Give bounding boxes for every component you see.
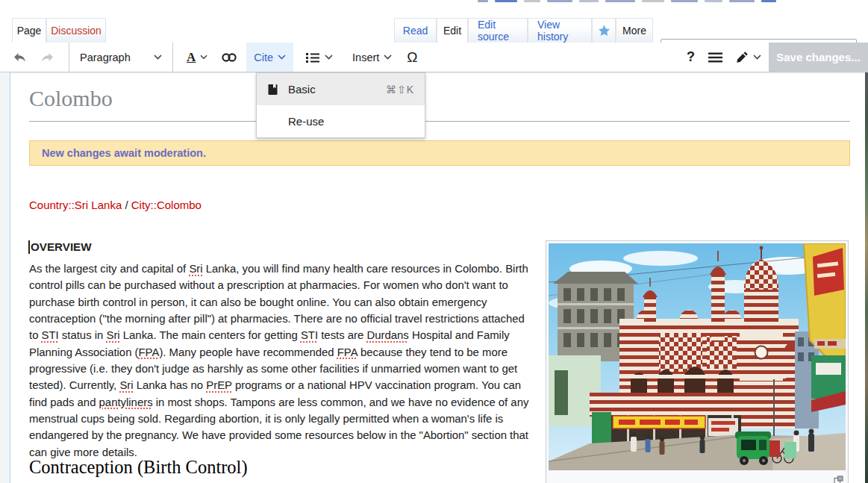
page-title-block: Colombo bbox=[29, 85, 850, 122]
clipped-link-fragment bbox=[605, 0, 635, 2]
omega-icon: Ω bbox=[407, 49, 417, 66]
clipped-link-fragment bbox=[729, 0, 755, 2]
tab-edit[interactable]: Edit bbox=[437, 18, 468, 43]
clipped-link-fragment bbox=[478, 0, 488, 2]
reference-book-icon bbox=[267, 84, 279, 96]
tab-discussion-label: Discussion bbox=[42, 25, 110, 37]
pencil-icon bbox=[736, 51, 749, 63]
undo-icon bbox=[13, 52, 28, 63]
article-image-thumbnail[interactable] bbox=[546, 240, 849, 483]
insert-dropdown[interactable]: Insert bbox=[345, 43, 399, 72]
paragraph-format-dropdown[interactable]: Paragraph bbox=[69, 43, 173, 72]
page-title: Colombo bbox=[29, 85, 850, 112]
insert-label: Insert bbox=[352, 52, 379, 63]
enlarge-icon[interactable] bbox=[834, 474, 843, 483]
chevron-down-icon bbox=[753, 54, 761, 60]
cite-menu-item-basic[interactable]: Basic ⌘⇧K bbox=[257, 73, 425, 105]
tab-row: Page Discussion Read Edit Edit source Vi… bbox=[0, 18, 868, 43]
clipped-link-fragment bbox=[579, 0, 599, 2]
chevron-down-icon bbox=[278, 54, 286, 60]
section-heading[interactable]: Contraception (Birth Control) bbox=[29, 457, 536, 478]
moderation-notice-text: New changes await moderation. bbox=[42, 147, 206, 159]
visual-editor-window: Page Discussion Read Edit Edit source Vi… bbox=[0, 0, 868, 483]
undo-button[interactable] bbox=[0, 43, 34, 72]
text-style-dropdown[interactable]: A bbox=[179, 43, 215, 72]
chevron-down-icon bbox=[325, 54, 333, 60]
text-cursor bbox=[28, 240, 30, 254]
list-structure-dropdown[interactable] bbox=[298, 43, 340, 72]
window-edge-sliver bbox=[865, 72, 868, 483]
cite-label: Cite bbox=[254, 52, 273, 63]
help-button[interactable]: ? bbox=[679, 43, 702, 72]
content-left-gutter bbox=[0, 72, 10, 483]
clipped-link-fragment bbox=[642, 0, 664, 2]
redo-button[interactable] bbox=[34, 43, 60, 72]
tab-more-label: More bbox=[613, 25, 649, 37]
tab-edit-label: Edit bbox=[434, 25, 470, 37]
redo-icon bbox=[40, 52, 54, 63]
tab-view-history[interactable]: View history bbox=[528, 18, 592, 43]
clipped-link-fragment bbox=[547, 0, 572, 2]
tab-read-label: Read bbox=[394, 25, 437, 37]
save-changes-label: Save changes... bbox=[776, 51, 861, 63]
tab-page[interactable]: Page bbox=[12, 18, 46, 43]
tab-view-history-label: View history bbox=[528, 19, 591, 43]
personal-tools-clipped bbox=[478, 0, 858, 4]
moderation-notice: New changes await moderation. bbox=[29, 140, 850, 166]
overview-heading[interactable]: OVERVIEW bbox=[31, 240, 92, 253]
clipped-link-fragment bbox=[524, 0, 540, 2]
cite-reuse-label: Re-use bbox=[288, 115, 414, 128]
watchlist-star-tab[interactable] bbox=[592, 18, 616, 43]
editor-switch-dropdown[interactable] bbox=[728, 43, 769, 72]
cite-menu: Basic ⌘⇧K Re-use bbox=[256, 72, 425, 138]
help-icon: ? bbox=[687, 49, 695, 65]
text-style-label: A bbox=[187, 50, 196, 65]
hamburger-menu-icon bbox=[708, 52, 722, 63]
chevron-down-icon bbox=[154, 54, 162, 60]
tab-edit-source[interactable]: Edit source bbox=[468, 18, 528, 43]
cite-basic-shortcut: ⌘⇧K bbox=[386, 84, 414, 96]
toolbar-spacer bbox=[425, 43, 679, 72]
paragraph-format-label: Paragraph bbox=[80, 52, 131, 63]
special-character-button[interactable]: Ω bbox=[399, 43, 425, 72]
tab-more[interactable]: More bbox=[616, 18, 653, 43]
tab-edit-source-label: Edit source bbox=[469, 19, 527, 43]
link-icon bbox=[221, 52, 237, 63]
chevron-down-icon bbox=[200, 54, 207, 60]
semantic-links: Country::Sri Lanka / City::Colombo bbox=[29, 199, 202, 211]
section-heading-block: Contraception (Birth Control) bbox=[29, 457, 536, 483]
tab-discussion[interactable]: Discussion bbox=[46, 18, 106, 43]
chevron-down-icon bbox=[384, 54, 392, 60]
clipped-link-fragment bbox=[671, 0, 698, 2]
editor-toolbar: Paragraph A Cite bbox=[0, 43, 868, 72]
country-link[interactable]: Country::Sri Lanka bbox=[29, 199, 122, 211]
overview-paragraph[interactable]: As the largest city and capital of Sri L… bbox=[29, 261, 531, 461]
clipped-link-fragment bbox=[761, 0, 776, 2]
clipped-link-fragment bbox=[705, 0, 722, 2]
star-icon bbox=[598, 25, 611, 37]
bullet-list-icon bbox=[305, 52, 320, 63]
link-separator: / bbox=[122, 199, 131, 211]
page-options-button[interactable] bbox=[702, 43, 728, 72]
city-link[interactable]: City::Colombo bbox=[131, 199, 202, 211]
cite-basic-label: Basic bbox=[288, 83, 386, 96]
cite-dropdown[interactable]: Cite bbox=[246, 43, 293, 72]
tab-read[interactable]: Read bbox=[394, 18, 437, 43]
clipped-link-fragment bbox=[495, 0, 517, 2]
link-button[interactable] bbox=[215, 43, 243, 72]
cite-menu-item-reuse[interactable]: Re-use bbox=[257, 105, 425, 137]
mosque-street-photo bbox=[549, 243, 846, 470]
save-changes-button[interactable]: Save changes... bbox=[769, 43, 868, 72]
